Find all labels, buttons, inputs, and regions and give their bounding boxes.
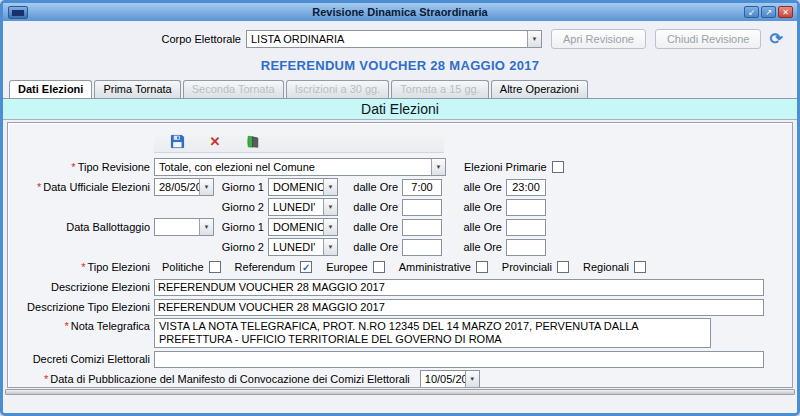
chevron-down-icon[interactable]: ▼: [323, 239, 337, 255]
europee-checkbox[interactable]: [373, 261, 385, 273]
pubblicazione-value: 10/05/2017: [421, 371, 465, 387]
tab-dati-elezioni[interactable]: Dati Elezioni: [9, 80, 92, 98]
delete-button[interactable]: ✕: [206, 132, 224, 150]
row-tipo-elezioni: *Tipo Elezioni Politiche Referendum ✓ Eu…: [16, 257, 784, 277]
descrizione-tipo-input[interactable]: REFERENDUM VOUCHER 28 MAGGIO 2017: [154, 299, 764, 316]
close-button[interactable]: ✕: [778, 6, 793, 18]
tab-iscrizioni-30gg[interactable]: Iscrizioni a 30 gg.: [286, 80, 390, 98]
checkbox-amministrative: Amministrative: [399, 261, 488, 273]
regionali-checkbox[interactable]: [634, 261, 646, 273]
maximize-button[interactable]: ↗: [761, 6, 776, 18]
title-bar[interactable]: Revisione Dinamica Straordinaria ↙ ↗ ✕: [3, 3, 797, 21]
data-ballottaggio-label: Data Ballottaggio: [16, 221, 150, 233]
tipo-revisione-value: Totale, con elezioni nel Comune: [155, 159, 431, 175]
tab-altre-operazioni[interactable]: Altre Operazioni: [491, 80, 588, 98]
alle-ore-label: alle Ore: [458, 181, 502, 193]
row-giorno2-ufficiale: Giorno 2 LUNEDI' ▼ dalle Ore alle Ore: [16, 197, 784, 217]
pubblicazione-label: *Data di Pubblicazione del Manifesto di …: [44, 373, 410, 385]
maximize-icon: ↗: [765, 8, 772, 17]
restore-icon: ↙: [748, 8, 755, 17]
amministrative-checkbox[interactable]: [476, 261, 488, 273]
alle-ore-input[interactable]: [506, 219, 546, 236]
delete-icon: ✕: [210, 134, 221, 149]
dalle-ore-input[interactable]: [402, 199, 442, 216]
tab-tornata-15gg[interactable]: Tornata a 15 gg.: [391, 80, 489, 98]
dati-elezioni-form: ✕ *Tipo Revisione Totale, con elezioni n…: [7, 122, 793, 388]
bottom-area: [3, 395, 797, 413]
checkbox-referendum: Referendum ✓: [235, 261, 313, 273]
book-icon: [246, 134, 260, 149]
chevron-down-icon[interactable]: ▼: [323, 179, 337, 195]
tab-seconda-tornata[interactable]: Seconda Tornata: [183, 80, 284, 98]
politiche-label: Politiche: [162, 261, 204, 273]
nota-telegrafica-input[interactable]: VISTA LA NOTA TELEGRAFICA, PROT. N.RO 12…: [154, 318, 711, 348]
restore-button[interactable]: ↙: [744, 6, 759, 18]
top-bar: Corpo Elettorale LISTA ORDINARIA ▼ Apri …: [3, 21, 797, 51]
referendum-checkbox[interactable]: ✓: [300, 261, 312, 273]
descrizione-elezioni-label: Descrizione Elezioni: [16, 281, 150, 293]
chevron-down-icon[interactable]: ▼: [199, 219, 213, 235]
giorno1-select[interactable]: DOMENICA ▼: [268, 178, 338, 196]
data-ufficiale-label: *Data Ufficiale Elezioni: [16, 181, 150, 193]
checkbox-provinciali: Provinciali: [502, 261, 569, 273]
dalle-ore-label: dalle Ore: [348, 181, 398, 193]
ballottaggio-giorno2-value: LUNEDI': [269, 239, 323, 255]
data-ballottaggio-datepicker[interactable]: ▼: [154, 218, 214, 236]
chevron-down-icon[interactable]: ▼: [431, 159, 445, 175]
giorno1-value: DOMENICA: [269, 179, 323, 195]
nota-telegrafica-label: *Nota Telegrafica: [16, 318, 150, 332]
chevron-down-icon[interactable]: ▼: [323, 199, 337, 215]
chiudi-revisione-button[interactable]: Chiudi Revisione: [655, 29, 762, 49]
chevron-down-icon[interactable]: ▼: [527, 31, 541, 47]
ballottaggio-giorno2-select[interactable]: LUNEDI' ▼: [268, 238, 338, 256]
elezioni-primarie-label: Elezioni Primarie: [464, 161, 547, 173]
amministrative-label: Amministrative: [399, 261, 471, 273]
row-tipo-revisione: *Tipo Revisione Totale, con elezioni nel…: [16, 157, 784, 177]
pubblicazione-datepicker[interactable]: 10/05/2017 ▼: [420, 370, 480, 388]
save-icon: [170, 134, 185, 149]
form-toolbar: ✕: [154, 130, 444, 153]
dalle-ore-input[interactable]: [402, 239, 442, 256]
provinciali-checkbox[interactable]: [557, 261, 569, 273]
dalle-ore-label: dalle Ore: [348, 201, 398, 213]
ballottaggio-giorno1-select[interactable]: DOMENICA ▼: [268, 218, 338, 236]
tab-bar: Dati Elezioni Prima Tornata Seconda Torn…: [3, 79, 797, 98]
row-decreti: Decreti Comizi Elettorali: [16, 349, 784, 369]
giorno-label: Giorno 1: [220, 221, 264, 233]
alle-ore-label: alle Ore: [458, 241, 502, 253]
chevron-down-icon[interactable]: ▼: [199, 179, 213, 195]
register-button[interactable]: [244, 132, 262, 150]
row-nota-telegrafica: *Nota Telegrafica VISTA LA NOTA TELEGRAF…: [16, 317, 784, 349]
provinciali-label: Provinciali: [502, 261, 552, 273]
required-marker: *: [71, 161, 75, 173]
tipo-revisione-select[interactable]: Totale, con elezioni nel Comune ▼: [154, 158, 446, 176]
apri-revisione-button[interactable]: Apri Revisione: [551, 29, 646, 49]
row-pubblicazione: *Data di Pubblicazione del Manifesto di …: [16, 369, 784, 388]
regionali-label: Regionali: [583, 261, 629, 273]
section-header: Dati Elezioni: [3, 98, 797, 120]
alle-ore-input[interactable]: 23:00: [506, 179, 546, 196]
chevron-down-icon[interactable]: ▼: [465, 371, 479, 387]
giorno-label: Giorno 2: [220, 241, 264, 253]
tab-prima-tornata[interactable]: Prima Tornata: [94, 80, 180, 98]
data-ufficiale-value: 28/05/2017: [155, 179, 199, 195]
data-ufficiale-datepicker[interactable]: 28/05/2017 ▼: [154, 178, 214, 196]
chevron-down-icon[interactable]: ▼: [323, 219, 337, 235]
window-controls: ↙ ↗ ✕: [744, 6, 793, 18]
refresh-icon[interactable]: ⟳: [769, 31, 782, 47]
dalle-ore-input[interactable]: 7:00: [402, 179, 442, 196]
decreti-input[interactable]: [154, 351, 764, 368]
corpo-elettorale-select[interactable]: LISTA ORDINARIA ▼: [246, 30, 542, 48]
corpo-elettorale-value: LISTA ORDINARIA: [247, 31, 527, 47]
giorno-label: Giorno 1: [220, 181, 264, 193]
dalle-ore-input[interactable]: [402, 219, 442, 236]
giorno2-select[interactable]: LUNEDI' ▼: [268, 198, 338, 216]
data-ballottaggio-value: [155, 219, 199, 235]
alle-ore-input[interactable]: [506, 239, 546, 256]
elezioni-primarie-checkbox[interactable]: [552, 161, 564, 173]
alle-ore-input[interactable]: [506, 199, 546, 216]
save-button[interactable]: [168, 132, 186, 150]
descrizione-elezioni-input[interactable]: REFERENDUM VOUCHER 28 MAGGIO 2017: [154, 279, 764, 296]
referendum-label: Referendum: [235, 261, 296, 273]
politiche-checkbox[interactable]: [209, 261, 221, 273]
